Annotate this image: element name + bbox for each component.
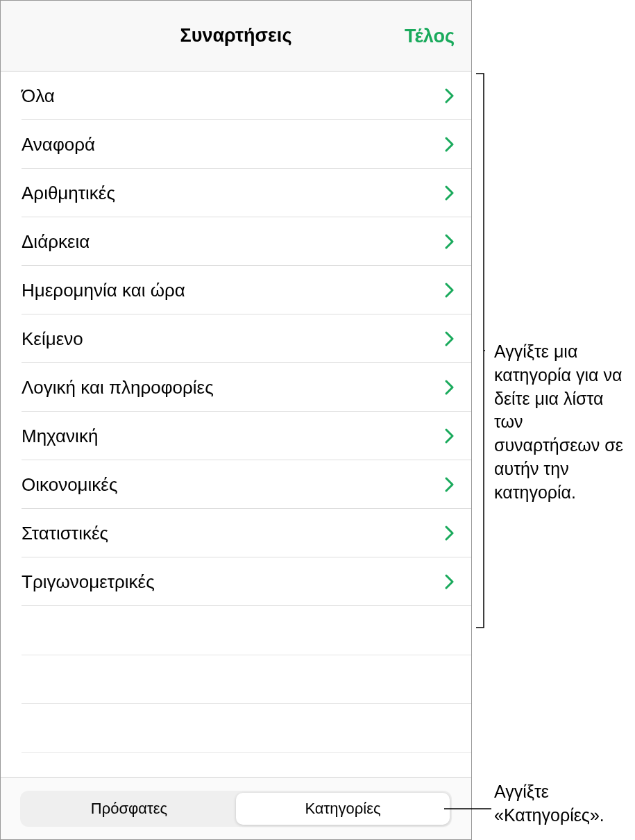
- category-row-duration[interactable]: Διάρκεια: [1, 217, 471, 266]
- category-label: Λογική και πληροφορίες: [22, 377, 214, 398]
- category-label: Διάρκεια: [22, 231, 90, 253]
- segmented-control: Πρόσφατες Κατηγορίες: [20, 791, 452, 827]
- category-row-logic-info[interactable]: Λογική και πληροφορίες: [1, 363, 471, 412]
- category-row-financial[interactable]: Οικονομικές: [1, 460, 471, 509]
- category-list: Όλα Αναφορά Αριθμητικές Διάρκεια Ημερομη…: [1, 72, 471, 777]
- category-label: Όλα: [22, 85, 55, 107]
- category-row-text[interactable]: Κείμενο: [1, 314, 471, 363]
- category-row-engineering[interactable]: Μηχανική: [1, 412, 471, 460]
- done-button[interactable]: Τέλος: [405, 25, 455, 47]
- category-label: Οικονομικές: [22, 474, 117, 496]
- chevron-right-icon: [445, 526, 455, 541]
- tab-recent[interactable]: Πρόσφατες: [22, 793, 236, 825]
- callout-bracket-icon: [475, 73, 485, 628]
- callout-leader-icon: [444, 808, 491, 809]
- category-label: Ημερομηνία και ώρα: [22, 280, 185, 301]
- chevron-right-icon: [445, 137, 455, 152]
- chevron-right-icon: [445, 331, 455, 346]
- functions-panel: Συναρτήσεις Τέλος Όλα Αναφορά Αριθμητικέ…: [0, 0, 472, 840]
- chevron-right-icon: [445, 88, 455, 103]
- category-label: Μηχανική: [22, 426, 98, 447]
- callout-text-tap-categories: Αγγίξτε «Κατηγορίες».: [494, 780, 629, 828]
- category-row-trigonometric[interactable]: Τριγωνομετρικές: [1, 557, 471, 606]
- category-label: Τριγωνομετρικές: [22, 571, 155, 593]
- tab-categories[interactable]: Κατηγορίες: [236, 793, 450, 825]
- panel-header: Συναρτήσεις Τέλος: [1, 1, 471, 72]
- category-row-datetime[interactable]: Ημερομηνία και ώρα: [1, 266, 471, 314]
- callout-text-categories: Αγγίξτε μια κατηγορία για να δείτε μια λ…: [494, 340, 629, 504]
- category-row-all[interactable]: Όλα: [1, 72, 471, 120]
- chevron-right-icon: [445, 283, 455, 298]
- chevron-right-icon: [445, 380, 455, 395]
- chevron-right-icon: [445, 477, 455, 492]
- category-label: Αριθμητικές: [22, 183, 115, 204]
- tab-categories-label: Κατηγορίες: [305, 800, 380, 818]
- chevron-right-icon: [445, 185, 455, 201]
- category-label: Στατιστικές: [22, 523, 108, 544]
- category-row-statistical[interactable]: Στατιστικές: [1, 509, 471, 557]
- tab-recent-label: Πρόσφατες: [91, 800, 167, 818]
- panel-footer: Πρόσφατες Κατηγορίες: [1, 777, 471, 839]
- chevron-right-icon: [445, 234, 455, 249]
- empty-list-area: [1, 606, 471, 752]
- chevron-right-icon: [445, 574, 455, 589]
- panel-title: Συναρτήσεις: [180, 25, 292, 47]
- category-row-numeric[interactable]: Αριθμητικές: [1, 169, 471, 217]
- category-label: Αναφορά: [22, 134, 95, 156]
- chevron-right-icon: [445, 428, 455, 444]
- category-label: Κείμενο: [22, 328, 83, 350]
- category-row-reference[interactable]: Αναφορά: [1, 120, 471, 169]
